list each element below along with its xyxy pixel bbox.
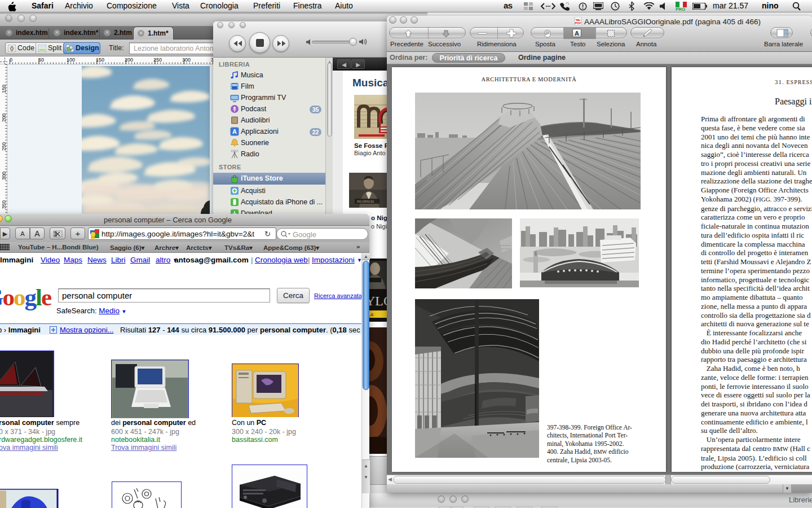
svg-text:〈〉: 〈〉 [10,46,14,51]
svg-text:INCONSCIO: INCONSCIO [357,200,374,203]
svg-text:PDF: PDF [575,21,582,25]
svg-text:A: A [232,128,237,135]
